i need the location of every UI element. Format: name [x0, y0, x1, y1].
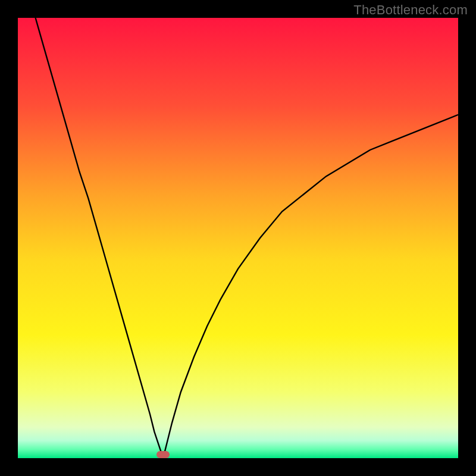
optimal-marker [156, 451, 170, 458]
curve-path [36, 18, 458, 458]
watermark-text: TheBottleneck.com [353, 2, 468, 18]
bottleneck-curve [18, 18, 458, 458]
chart-container: TheBottleneck.com [0, 0, 476, 476]
plot-area [18, 18, 458, 458]
